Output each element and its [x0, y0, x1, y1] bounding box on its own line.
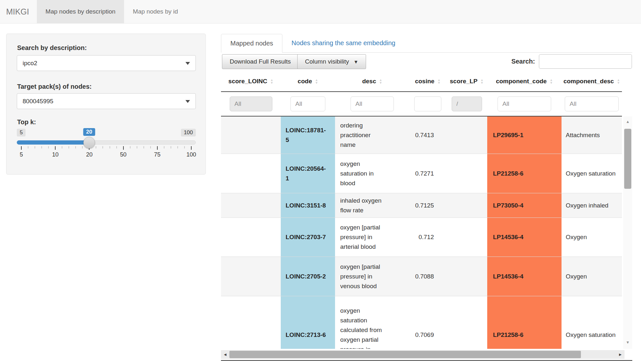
sort-icon: ▲▼ [379, 78, 382, 84]
slider-max-label: 100 [181, 129, 196, 136]
vertical-scrollbar-thumb[interactable] [624, 129, 631, 189]
column-header-code[interactable]: code▲▼ [281, 71, 335, 91]
slider-minor-tick [116, 146, 117, 148]
description-select[interactable]: ipco2 [17, 55, 196, 71]
sidebar-panel: Search by description: ipco2 Target pack… [6, 34, 206, 175]
cell-code: LOINC:2705-2 [281, 257, 335, 296]
cell-score_LP [446, 116, 487, 154]
slider-tick-label: 20 [86, 151, 92, 158]
slider-minor-tick [171, 146, 171, 148]
cell-text: LOINC:3151-8 [286, 201, 326, 210]
filter-input-component_code[interactable] [498, 96, 551, 111]
nav-tab-label: Map nodes by id [133, 8, 178, 15]
cell-component_code: LP73050-4 [487, 193, 562, 217]
table-row: LOINC:2703-7oxygen [partial pressure] in… [221, 217, 622, 257]
slider-tick-label: 50 [120, 151, 127, 158]
cell-desc: oxygen saturation calculated from oxygen… [335, 296, 409, 349]
cell-cosine: 0.7271 [409, 154, 446, 193]
cell-component_desc: Oxygen saturation [562, 154, 622, 193]
slider-minor-tick [48, 146, 49, 148]
horizontal-scrollbar-thumb[interactable] [229, 351, 581, 358]
column-header-component_desc[interactable]: component_desc▲▼ [562, 71, 622, 91]
cell-cosine: 0.712 [409, 218, 446, 257]
scroll-down-arrow-icon[interactable]: ▼ [623, 339, 632, 346]
target-pack-select-value: 800045995 [23, 98, 53, 105]
cell-component_code: LP21258-6 [487, 154, 562, 193]
cell-text: oxygen [partial pressure] in venous bloo… [340, 262, 386, 291]
filter-input-code[interactable] [290, 96, 325, 111]
slider-minor-tick [103, 146, 103, 148]
column-header-cosine[interactable]: cosine▲▼ [409, 71, 446, 91]
sort-icon: ▲▼ [550, 78, 553, 84]
table-filter-row [221, 92, 622, 116]
cell-score_LP [446, 257, 487, 296]
cell-text: Oxygen saturation [566, 169, 615, 178]
table-header-row: score_LOINC▲▼code▲▼desc▲▼cosine▲▼score_L… [221, 71, 622, 92]
column-header-component_code[interactable]: component_code▲▼ [487, 71, 562, 91]
slider-tick-label: 5 [20, 151, 23, 158]
column-header-desc[interactable]: desc▲▼ [335, 71, 409, 91]
nav-tab-map-by-description[interactable]: Map nodes by description [37, 0, 124, 23]
cell-code: LOINC:18781-5 [281, 116, 335, 154]
slider-minor-tick [143, 146, 144, 148]
scroll-right-arrow-icon[interactable]: ► [616, 350, 625, 359]
cell-text: LP21258-6 [493, 169, 523, 178]
table-search-input[interactable] [539, 54, 632, 69]
table-search: Search: [511, 54, 632, 69]
slider-minor-tick [69, 146, 69, 148]
filter-input-component_desc[interactable] [565, 96, 619, 111]
slider-value-label: 20 [83, 128, 95, 136]
cell-text: Oxygen saturation [566, 330, 615, 340]
cell-text: Oxygen inhaled [566, 201, 608, 210]
slider-minor-tick [150, 146, 151, 148]
slider-minor-tick [110, 146, 110, 148]
column-visibility-button[interactable]: Column visibility ▼ [297, 54, 366, 69]
tab-mapped-nodes[interactable]: Mapped nodes [221, 34, 282, 53]
target-pack-select[interactable]: 800045995 [17, 93, 196, 109]
navbar: MIKGI Map nodes by description Map nodes… [0, 0, 641, 24]
nav-tab-map-by-id[interactable]: Map nodes by id [124, 0, 186, 23]
sort-icon: ▲▼ [617, 78, 620, 84]
cell-score_LOINC [221, 193, 281, 217]
cell-text: 0.7088 [415, 272, 434, 281]
filter-input-cosine[interactable] [414, 96, 441, 111]
cell-code: LOINC:2713-6 [281, 296, 335, 349]
topk-slider[interactable]: 5 100 20 510205075100 [17, 127, 196, 164]
column-header-score_LP[interactable]: score_LP▲▼ [446, 71, 487, 91]
column-header-label: component_desc [563, 78, 614, 85]
horizontal-scrollbar[interactable]: ◄ ► [221, 350, 625, 359]
cell-cosine: 0.7088 [409, 257, 446, 296]
slider-minor-tick [62, 146, 62, 148]
cell-text: LOINC:20564-1 [286, 164, 326, 183]
top-k-label: Top k: [17, 118, 36, 126]
cell-text: LOINC:2713-6 [286, 330, 326, 340]
table-body: LOINC:18781-5ordering practitioner name0… [221, 116, 622, 349]
caret-down-icon: ▼ [353, 59, 358, 65]
slider-handle[interactable] [83, 137, 95, 148]
slider-tick-label: 100 [186, 151, 196, 158]
cell-text: ordering practitioner name [340, 121, 386, 150]
column-header-score_LOINC[interactable]: score_LOINC▲▼ [221, 71, 281, 91]
cell-desc: oxygen [partial pressure] in arterial bl… [335, 218, 409, 257]
cell-component_code: LP14536-4 [487, 218, 562, 257]
table-row: LOINC:2713-6oxygen saturation calculated… [221, 296, 622, 349]
cell-component_code: LP14536-4 [487, 257, 562, 296]
slider-tick [123, 146, 124, 150]
cell-desc: ordering practitioner name [335, 116, 409, 154]
cell-text: 0.7413 [415, 130, 434, 140]
vertical-scrollbar[interactable]: ▲ ▼ [623, 116, 632, 349]
scroll-left-arrow-icon[interactable]: ◄ [221, 350, 229, 359]
cell-cosine: 0.7069 [409, 296, 446, 349]
slider-grid: 510205075100 [21, 146, 191, 162]
download-full-results-button[interactable]: Download Full Results [222, 54, 299, 69]
cell-desc: inhaled oxygen flow rate [335, 193, 409, 217]
scroll-up-arrow-icon[interactable]: ▲ [623, 118, 632, 125]
cell-desc: oxygen [partial pressure] in venous bloo… [335, 257, 409, 296]
cell-text: LOINC:2705-2 [286, 272, 326, 281]
cell-text: LP73050-4 [493, 201, 523, 210]
tab-nodes-sharing-embedding[interactable]: Nodes sharing the same embedding [282, 34, 404, 52]
slider-minor-tick [130, 146, 130, 148]
filter-input-desc[interactable] [351, 96, 394, 111]
column-header-label: desc [362, 78, 376, 85]
sort-icon: ▲▼ [270, 78, 273, 84]
